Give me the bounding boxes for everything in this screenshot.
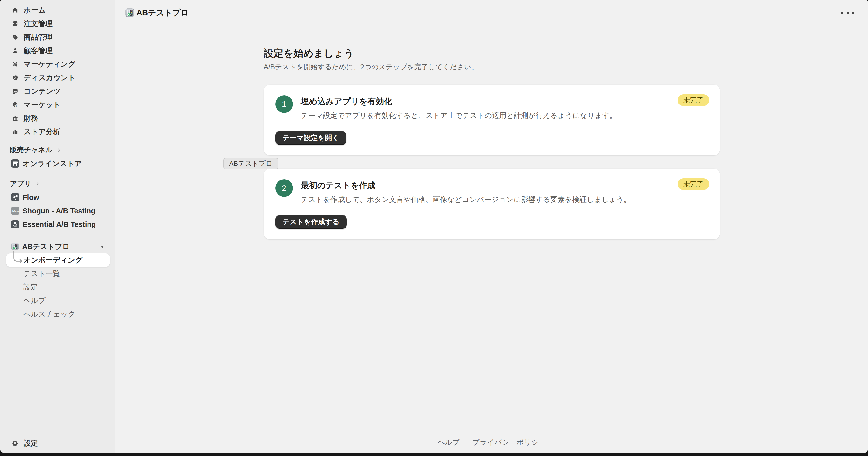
card-title: 最初のテストを作成 <box>301 179 631 190</box>
page-footer: ヘルプ プライバシーポリシー <box>116 431 868 453</box>
sidebar-item-online-store[interactable]: オンラインストア <box>0 157 115 170</box>
main-nav: ホーム 注文管理 商品管理 顧客管理 <box>0 0 115 139</box>
content-image-icon <box>12 88 18 94</box>
sidebar-item-label: テスト一覧 <box>23 269 60 279</box>
finance-bank-icon <box>12 115 18 121</box>
chevron-right-icon <box>56 148 61 152</box>
footer-link-privacy-policy[interactable]: プライバシーポリシー <box>472 437 546 447</box>
app-header: ABテストプロ <box>116 0 868 26</box>
sidebar-item-label: Essential A/B Testing <box>23 220 96 228</box>
markets-globe-icon: $ <box>12 102 18 108</box>
card-description: テストを作成して、ボタン文言や価格、画像などコンバージョンに影響する要素を検証し… <box>301 195 631 204</box>
sidebar-item-markets[interactable]: $ マーケット <box>0 98 115 111</box>
gear-icon <box>12 440 18 446</box>
sidebar-item-marketing[interactable]: マーケティング <box>0 57 115 71</box>
sidebar-item-orders[interactable]: 注文管理 <box>0 17 115 30</box>
sidebar-item-flow[interactable]: Flow <box>0 191 115 204</box>
create-test-button[interactable]: テストを作成する <box>275 215 347 229</box>
online-store-icon <box>11 160 19 168</box>
page-header-title: ABテストプロ <box>136 7 189 18</box>
sidebar-item-label: ヘルスチェック <box>23 309 75 319</box>
card-title: 埋め込みアプリを有効化 <box>301 95 617 106</box>
sidebar-item-label: 設定 <box>23 282 38 292</box>
open-theme-settings-button[interactable]: テーマ設定を開く <box>275 131 346 145</box>
sidebar-item-content[interactable]: コンテンツ <box>0 84 115 98</box>
customers-person-icon <box>12 48 18 54</box>
sidebar-item-label: ホーム <box>24 5 45 15</box>
orders-inbox-icon <box>12 21 18 27</box>
setup-step-card-1: 未完了 1 埋め込みアプリを有効化 テーマ設定でアプリを有効化すると、ストア上で… <box>264 85 720 155</box>
admin-window: ホーム 注文管理 商品管理 顧客管理 <box>0 0 868 453</box>
sidebar-item-label: ストア分析 <box>24 127 60 137</box>
sidebar-item-label: Shogun - A/B Testing <box>23 207 95 215</box>
sidebar-item-settings[interactable]: 設定 <box>0 436 115 450</box>
essential-flask-app-icon <box>11 220 19 228</box>
setup-step-card-2: 未完了 2 最初のテストを作成 テストを作成して、ボタン文言や価格、画像などコン… <box>264 169 720 239</box>
sidebar-item-label: 財務 <box>24 113 38 123</box>
discount-badge-icon <box>12 75 18 81</box>
status-badge: 未完了 <box>678 94 709 106</box>
flow-app-icon <box>11 193 19 201</box>
shogun-icon-text: shōgun <box>11 210 19 212</box>
sidebar-item-products[interactable]: 商品管理 <box>0 30 115 44</box>
app-name-tooltip: ABテストプロ <box>223 158 278 169</box>
notification-dot-icon <box>101 246 103 248</box>
sidebar-item-label: マーケティング <box>24 59 75 69</box>
shogun-app-icon: shōgun <box>11 207 19 215</box>
footer-link-help[interactable]: ヘルプ <box>438 437 460 447</box>
sidebar-item-app-settings[interactable]: 設定 <box>0 280 115 294</box>
sidebar: ホーム 注文管理 商品管理 顧客管理 <box>0 0 115 453</box>
sidebar-item-label: Flow <box>23 193 39 201</box>
sidebar-item-essential[interactable]: Essential A/B Testing <box>0 218 115 231</box>
sidebar-item-health-check[interactable]: ヘルスチェック <box>0 307 115 321</box>
sidebar-item-analytics[interactable]: ストア分析 <box>0 125 115 139</box>
page-title: 設定を始めましょう <box>264 47 720 59</box>
sidebar-item-label: 設定 <box>24 438 38 448</box>
sidebar-item-label: ディスカウント <box>24 73 75 83</box>
sidebar-item-label: マーケット <box>24 100 61 110</box>
main-area: ABテストプロ 設定を始めましょう A/Bテストを開始するために、2つのステップ… <box>116 0 868 453</box>
sidebar-item-label: 注文管理 <box>24 19 53 29</box>
abtest-pro-app-icon <box>11 243 19 251</box>
chevron-right-icon <box>35 181 40 186</box>
elbow-arrow-icon <box>12 251 24 265</box>
sidebar-item-label: コンテンツ <box>24 86 61 96</box>
sidebar-item-label: 商品管理 <box>24 32 53 42</box>
card-description: テーマ設定でアプリを有効化すると、ストア上でテストの適用と計測が行えるようになり… <box>301 111 617 120</box>
sidebar-item-test-list[interactable]: テスト一覧 <box>0 267 115 280</box>
section-label: 販売チャネル <box>10 145 53 155</box>
sidebar-item-finance[interactable]: 財務 <box>0 111 115 125</box>
sidebar-item-discounts[interactable]: ディスカウント <box>0 71 115 84</box>
sidebar-item-label: ヘルプ <box>23 296 45 306</box>
home-icon <box>12 7 18 13</box>
section-label: アプリ <box>10 179 31 189</box>
product-tag-icon <box>12 34 18 40</box>
sidebar-item-onboarding[interactable]: オンボーディング <box>6 253 110 267</box>
sidebar-item-help[interactable]: ヘルプ <box>0 294 115 307</box>
step-number-circle: 2 <box>275 179 293 197</box>
sidebar-item-customers[interactable]: 顧客管理 <box>0 44 115 57</box>
sidebar-item-home[interactable]: ホーム <box>0 3 115 17</box>
apps-section-header[interactable]: アプリ <box>0 177 115 191</box>
content-area: 設定を始めましょう A/Bテストを開始するために、2つのステップを完了してくださ… <box>116 27 868 431</box>
step-number-circle: 1 <box>275 95 293 113</box>
svg-text:$: $ <box>16 105 17 107</box>
analytics-bars-icon <box>12 129 18 135</box>
sales-channels-section-header[interactable]: 販売チャネル <box>0 143 115 157</box>
marketing-target-icon <box>12 61 18 67</box>
sidebar-item-label: ABテストプロ <box>22 242 70 252</box>
page-subtitle: A/Bテストを開始するために、2つのステップを完了してください。 <box>264 62 720 72</box>
sidebar-item-label: オンボーディング <box>23 255 83 265</box>
sidebar-item-shogun[interactable]: shōgun Shogun - A/B Testing <box>0 204 115 218</box>
three-dots-menu-icon[interactable] <box>839 9 857 17</box>
abtest-pro-app-icon <box>125 8 134 17</box>
sidebar-item-label: オンラインストア <box>23 159 82 169</box>
status-badge: 未完了 <box>678 178 709 190</box>
sidebar-item-label: 顧客管理 <box>24 46 53 56</box>
